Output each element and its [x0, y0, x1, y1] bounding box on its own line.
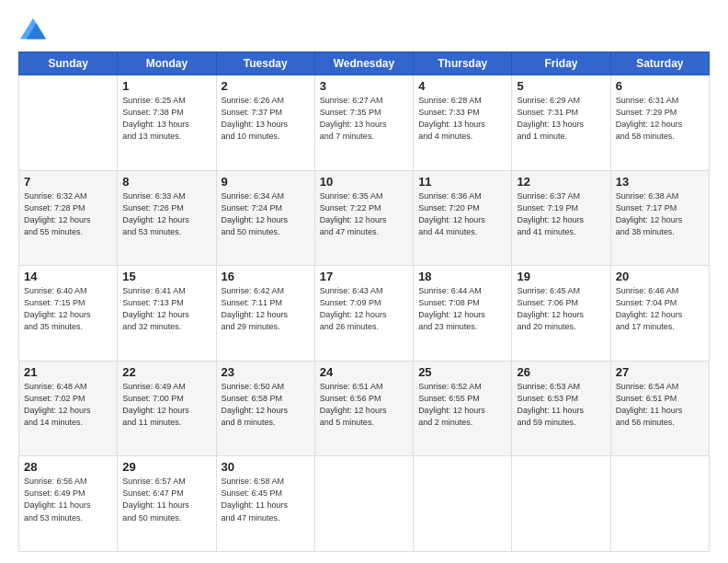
day-number: 24: [320, 365, 408, 379]
table-row: 10Sunrise: 6:35 AMSunset: 7:22 PMDayligh…: [314, 170, 413, 266]
day-number: 13: [616, 175, 704, 189]
table-row: 11Sunrise: 6:36 AMSunset: 7:20 PMDayligh…: [414, 170, 512, 266]
day-number: 10: [320, 175, 408, 189]
table-row: 9Sunrise: 6:34 AMSunset: 7:24 PMDaylight…: [216, 170, 314, 266]
day-number: 2: [222, 79, 310, 93]
day-info: Sunrise: 6:25 AMSunset: 7:38 PMDaylight:…: [122, 95, 210, 143]
day-info: Sunrise: 6:42 AMSunset: 7:11 PMDaylight:…: [222, 285, 310, 333]
day-info: Sunrise: 6:28 AMSunset: 7:33 PMDaylight:…: [418, 95, 506, 143]
day-number: 14: [24, 270, 112, 283]
header-tuesday: Tuesday: [216, 52, 314, 75]
header-friday: Friday: [512, 52, 610, 75]
day-info: Sunrise: 6:36 AMSunset: 7:20 PMDaylight:…: [418, 190, 506, 238]
table-row: 17Sunrise: 6:43 AMSunset: 7:09 PMDayligh…: [314, 266, 413, 362]
header-monday: Monday: [118, 52, 216, 75]
day-number: 12: [517, 175, 605, 189]
day-info: Sunrise: 6:51 AMSunset: 6:56 PMDaylight:…: [320, 381, 408, 429]
table-row: 27Sunrise: 6:54 AMSunset: 6:51 PMDayligh…: [610, 361, 709, 456]
table-row: 12Sunrise: 6:37 AMSunset: 7:19 PMDayligh…: [512, 170, 610, 266]
table-row: 21Sunrise: 6:48 AMSunset: 7:02 PMDayligh…: [19, 361, 118, 456]
day-number: 20: [616, 270, 704, 283]
day-info: Sunrise: 6:52 AMSunset: 6:55 PMDaylight:…: [418, 381, 506, 429]
day-info: Sunrise: 6:56 AMSunset: 6:49 PMDaylight:…: [24, 476, 112, 523]
day-number: 17: [320, 270, 408, 283]
table-row: 5Sunrise: 6:29 AMSunset: 7:31 PMDaylight…: [512, 75, 610, 171]
table-row: 4Sunrise: 6:28 AMSunset: 7:33 PMDaylight…: [414, 75, 512, 171]
day-number: 19: [517, 270, 605, 283]
day-number: 5: [517, 79, 605, 93]
table-row: 14Sunrise: 6:40 AMSunset: 7:15 PMDayligh…: [19, 266, 118, 362]
table-row: 13Sunrise: 6:38 AMSunset: 7:17 PMDayligh…: [610, 170, 709, 266]
day-info: Sunrise: 6:34 AMSunset: 7:24 PMDaylight:…: [222, 190, 310, 238]
day-number: 18: [418, 270, 506, 283]
calendar-table: Sunday Monday Tuesday Wednesday Thursday…: [18, 52, 710, 552]
day-info: Sunrise: 6:50 AMSunset: 6:58 PMDaylight:…: [222, 381, 310, 429]
header: [18, 17, 710, 42]
table-row: 29Sunrise: 6:57 AMSunset: 6:47 PMDayligh…: [118, 456, 216, 552]
day-number: 29: [122, 460, 210, 474]
table-row: 19Sunrise: 6:45 AMSunset: 7:06 PMDayligh…: [512, 266, 610, 362]
day-info: Sunrise: 6:31 AMSunset: 7:29 PMDaylight:…: [616, 95, 704, 143]
table-row: 25Sunrise: 6:52 AMSunset: 6:55 PMDayligh…: [414, 361, 512, 456]
day-number: 3: [320, 79, 408, 93]
header-sunday: Sunday: [19, 52, 118, 75]
table-row: 28Sunrise: 6:56 AMSunset: 6:49 PMDayligh…: [19, 456, 118, 552]
day-number: 26: [517, 365, 605, 379]
day-number: 21: [24, 365, 112, 379]
weekday-header-row: Sunday Monday Tuesday Wednesday Thursday…: [19, 52, 710, 75]
day-number: 23: [222, 365, 310, 379]
table-row: [610, 456, 709, 552]
table-row: 16Sunrise: 6:42 AMSunset: 7:11 PMDayligh…: [216, 266, 314, 362]
day-number: 27: [616, 365, 704, 379]
table-row: [19, 75, 118, 171]
header-wednesday: Wednesday: [314, 52, 413, 75]
day-info: Sunrise: 6:29 AMSunset: 7:31 PMDaylight:…: [517, 95, 605, 143]
day-info: Sunrise: 6:54 AMSunset: 6:51 PMDaylight:…: [616, 381, 704, 429]
table-row: 22Sunrise: 6:49 AMSunset: 7:00 PMDayligh…: [118, 361, 216, 456]
day-info: Sunrise: 6:32 AMSunset: 7:28 PMDaylight:…: [24, 190, 112, 238]
table-row: 7Sunrise: 6:32 AMSunset: 7:28 PMDaylight…: [19, 170, 118, 266]
day-info: Sunrise: 6:27 AMSunset: 7:35 PMDaylight:…: [320, 95, 408, 143]
header-thursday: Thursday: [414, 52, 512, 75]
calendar-page: Sunday Monday Tuesday Wednesday Thursday…: [0, 0, 728, 563]
day-info: Sunrise: 6:49 AMSunset: 7:00 PMDaylight:…: [122, 381, 210, 429]
calendar-week-row: 1Sunrise: 6:25 AMSunset: 7:38 PMDaylight…: [19, 75, 710, 171]
day-number: 16: [222, 270, 310, 283]
day-info: Sunrise: 6:35 AMSunset: 7:22 PMDaylight:…: [320, 190, 408, 238]
day-info: Sunrise: 6:45 AMSunset: 7:06 PMDaylight:…: [517, 285, 605, 333]
day-number: 6: [616, 79, 704, 93]
table-row: 20Sunrise: 6:46 AMSunset: 7:04 PMDayligh…: [610, 266, 709, 362]
day-info: Sunrise: 6:57 AMSunset: 6:47 PMDaylight:…: [122, 476, 210, 523]
header-saturday: Saturday: [610, 52, 709, 75]
table-row: 3Sunrise: 6:27 AMSunset: 7:35 PMDaylight…: [314, 75, 413, 171]
table-row: [314, 456, 413, 552]
day-number: 11: [418, 175, 506, 189]
day-number: 30: [222, 460, 310, 474]
table-row: [414, 456, 512, 552]
table-row: 23Sunrise: 6:50 AMSunset: 6:58 PMDayligh…: [216, 361, 314, 456]
table-row: 6Sunrise: 6:31 AMSunset: 7:29 PMDaylight…: [610, 75, 709, 171]
calendar-week-row: 7Sunrise: 6:32 AMSunset: 7:28 PMDaylight…: [19, 170, 710, 266]
day-info: Sunrise: 6:37 AMSunset: 7:19 PMDaylight:…: [517, 190, 605, 238]
logo-icon: [18, 17, 48, 42]
day-info: Sunrise: 6:58 AMSunset: 6:45 PMDaylight:…: [222, 476, 310, 523]
table-row: 18Sunrise: 6:44 AMSunset: 7:08 PMDayligh…: [414, 266, 512, 362]
table-row: 8Sunrise: 6:33 AMSunset: 7:26 PMDaylight…: [118, 170, 216, 266]
day-info: Sunrise: 6:44 AMSunset: 7:08 PMDaylight:…: [418, 285, 506, 333]
calendar-week-row: 14Sunrise: 6:40 AMSunset: 7:15 PMDayligh…: [19, 266, 710, 362]
table-row: 30Sunrise: 6:58 AMSunset: 6:45 PMDayligh…: [216, 456, 314, 552]
day-number: 22: [122, 365, 210, 379]
day-number: 25: [418, 365, 506, 379]
table-row: 1Sunrise: 6:25 AMSunset: 7:38 PMDaylight…: [118, 75, 216, 171]
day-info: Sunrise: 6:46 AMSunset: 7:04 PMDaylight:…: [616, 285, 704, 333]
day-info: Sunrise: 6:53 AMSunset: 6:53 PMDaylight:…: [517, 381, 605, 429]
day-info: Sunrise: 6:33 AMSunset: 7:26 PMDaylight:…: [122, 190, 210, 238]
day-info: Sunrise: 6:40 AMSunset: 7:15 PMDaylight:…: [24, 285, 112, 333]
day-number: 9: [222, 175, 310, 189]
day-info: Sunrise: 6:38 AMSunset: 7:17 PMDaylight:…: [616, 190, 704, 238]
day-number: 4: [418, 79, 506, 93]
table-row: [512, 456, 610, 552]
table-row: 26Sunrise: 6:53 AMSunset: 6:53 PMDayligh…: [512, 361, 610, 456]
day-number: 8: [122, 175, 210, 189]
day-number: 1: [122, 79, 210, 93]
